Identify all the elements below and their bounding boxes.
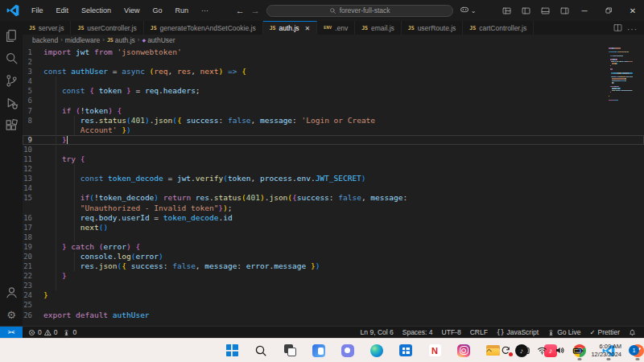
status-language-mode[interactable]: {}JavaScript xyxy=(497,328,539,336)
status-go-live[interactable]: Go Live xyxy=(547,328,580,336)
problems-indicator[interactable]: 0 0 xyxy=(28,328,57,336)
line-number[interactable]: 14 xyxy=(23,183,43,193)
code-line[interactable]: "Unauthorized - Invalid token"}); xyxy=(23,204,644,213)
status-eol[interactable]: CRLF xyxy=(470,328,488,336)
line-number[interactable]: 24 xyxy=(23,290,43,300)
line-number[interactable]: 5 xyxy=(23,86,43,96)
volume-icon[interactable] xyxy=(555,345,565,356)
activity-extensions[interactable] xyxy=(0,114,23,137)
line-number[interactable]: 20 xyxy=(23,252,43,261)
taskbar-search-icon[interactable] xyxy=(251,341,270,360)
line-number[interactable]: 13 xyxy=(23,174,43,183)
line-number[interactable]: 7 xyxy=(23,106,43,116)
battery-icon[interactable] xyxy=(572,345,584,356)
taskbar-chat-icon[interactable] xyxy=(338,341,357,360)
screen-recorder-icon[interactable] xyxy=(501,345,511,356)
breadcrumb-item-authUser[interactable]: ◆authUser xyxy=(142,36,175,44)
copilot-button[interactable]: ⌄ xyxy=(460,5,477,16)
wifi-icon[interactable] xyxy=(537,345,547,356)
code-line[interactable]: 18 xyxy=(23,232,644,242)
menu-go[interactable]: Go xyxy=(147,4,167,17)
activity-settings[interactable]: ⚙ xyxy=(0,303,23,326)
notification-badge[interactable]: 1 xyxy=(629,345,639,356)
line-number[interactable]: 1 xyxy=(23,47,43,57)
line-number[interactable]: 21 xyxy=(23,261,43,271)
code-line[interactable]: 17 next() xyxy=(23,223,644,232)
tab-userRoute-js[interactable]: JSuserRoute.js xyxy=(402,21,464,35)
code-line[interactable]: 11 try { xyxy=(23,154,644,164)
close-icon[interactable]: ✕ xyxy=(305,25,311,32)
tab-auth-js[interactable]: JSauth.js✕ xyxy=(263,21,318,35)
menu-run[interactable]: Run xyxy=(169,4,194,17)
breadcrumb-item-auth-js[interactable]: JSauth.js xyxy=(107,36,135,44)
code-line[interactable]: 5 const { token } = req.headers; xyxy=(23,86,644,96)
forward-button[interactable]: → xyxy=(251,6,260,15)
code-line[interactable]: 23 xyxy=(23,281,644,290)
minimap[interactable] xyxy=(609,47,633,101)
taskbar-instagram-icon[interactable] xyxy=(454,341,473,360)
command-center-search[interactable]: forever-full-stack xyxy=(266,5,453,17)
code-line[interactable]: 7 if (!token) { xyxy=(23,106,644,116)
more-actions-button[interactable]: ··· xyxy=(627,21,638,35)
tab-server-js[interactable]: JSserver.js xyxy=(23,21,71,35)
taskbar-widgets-icon[interactable] xyxy=(309,341,328,360)
taskbar-task-view-icon[interactable] xyxy=(280,341,299,360)
minimize-button[interactable]: ─ xyxy=(573,0,596,21)
line-number[interactable]: 22 xyxy=(23,271,43,281)
line-number[interactable]: 25 xyxy=(23,300,43,310)
hidden-icons-chevron[interactable] xyxy=(485,346,493,355)
status-prettier[interactable]: ✓Prettier xyxy=(589,328,620,336)
line-number[interactable]: 11 xyxy=(23,154,43,164)
code-line[interactable]: 15 if(!token_decode) return res.status(4… xyxy=(23,193,644,203)
code-line[interactable]: 4 xyxy=(23,76,644,86)
line-number[interactable]: 4 xyxy=(23,76,43,86)
back-button[interactable]: ← xyxy=(236,6,245,15)
line-number[interactable]: 17 xyxy=(23,223,43,232)
activity-source-control[interactable] xyxy=(0,69,23,92)
menu-view[interactable]: View xyxy=(118,4,145,17)
code-line[interactable]: 20 console.log(error) xyxy=(23,252,644,261)
toggle-secondary-sidebar-button[interactable] xyxy=(555,2,573,19)
activity-run-and-debug[interactable] xyxy=(0,92,23,114)
tab-cartController-js[interactable]: JScartController.js xyxy=(463,21,534,35)
code-line[interactable]: Account' }) xyxy=(23,125,644,135)
breadcrumb-item-middleware[interactable]: middleware xyxy=(65,36,100,44)
status-indentation[interactable]: Spaces: 4 xyxy=(402,328,433,336)
line-number[interactable]: 8 xyxy=(23,116,43,125)
line-number[interactable]: 23 xyxy=(23,281,43,290)
restore-button[interactable] xyxy=(597,0,620,21)
line-number[interactable]: 3 xyxy=(23,67,43,76)
tab-email-js[interactable]: JSemail.js xyxy=(355,21,402,35)
status-cursor-position[interactable]: Ln 9, Col 6 xyxy=(361,328,394,336)
close-button[interactable]: ✕ xyxy=(621,0,644,21)
line-number[interactable]: 15 xyxy=(23,193,43,203)
line-number[interactable]: 2 xyxy=(23,57,43,67)
menu-file[interactable]: File xyxy=(26,4,49,17)
code-line[interactable]: 21 res.json({ success: false, message: e… xyxy=(23,261,644,271)
line-number[interactable]: 16 xyxy=(23,213,43,223)
remote-indicator[interactable]: >< xyxy=(0,327,23,338)
tab-env[interactable]: ENV.env xyxy=(317,21,355,35)
customize-layout-button[interactable] xyxy=(497,2,515,19)
line-number[interactable]: 6 xyxy=(23,96,43,105)
code-line[interactable]: 26export default authUser xyxy=(23,311,644,320)
line-number[interactable]: 26 xyxy=(23,311,43,320)
line-number[interactable]: 10 xyxy=(23,145,43,154)
code-line[interactable]: 24} xyxy=(23,290,644,300)
code-line[interactable]: 10 xyxy=(23,145,644,154)
taskbar-microsoft-store-icon[interactable] xyxy=(396,341,415,360)
activity-search[interactable] xyxy=(0,47,23,69)
code-line[interactable]: 6 xyxy=(23,96,644,105)
activity-accounts[interactable] xyxy=(0,281,23,303)
code-line[interactable]: 19 } catch (error) { xyxy=(23,242,644,252)
breadcrumb-item-backend[interactable]: backend xyxy=(32,36,58,44)
menu-[interactable]: ··· xyxy=(196,4,214,17)
code-line[interactable]: 9 } xyxy=(23,135,644,145)
code-line[interactable]: 2 xyxy=(23,57,644,67)
code-line[interactable]: 3const authUser = async (req, res, next)… xyxy=(23,67,644,76)
code-line[interactable]: 25 xyxy=(23,300,644,310)
line-number[interactable]: 19 xyxy=(23,242,43,252)
tab-generateTokenAndSetCookie-js[interactable]: JSgenerateTokenAndSetCookie.js xyxy=(144,21,263,35)
code-line[interactable]: 8 res.status(401).json({ success: false,… xyxy=(23,116,644,125)
toggle-panel-button[interactable] xyxy=(536,2,554,19)
